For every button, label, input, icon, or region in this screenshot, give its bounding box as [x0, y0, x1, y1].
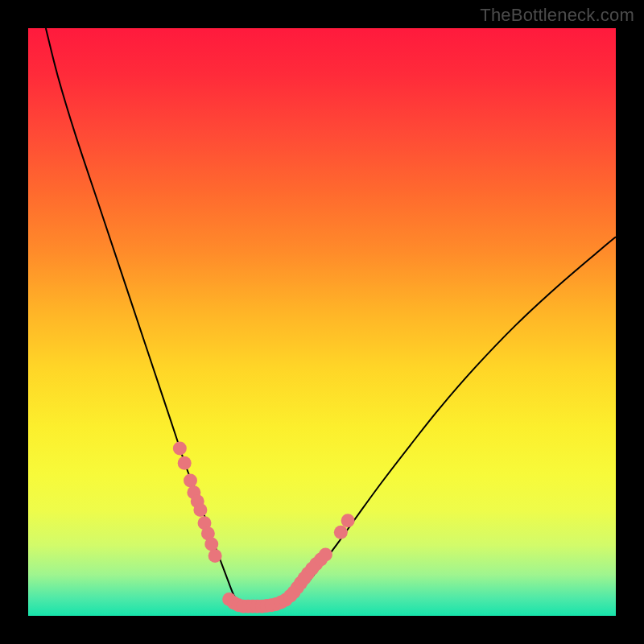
data-marker [173, 441, 187, 455]
plot-area [28, 28, 616, 616]
data-marker [334, 526, 348, 539]
data-marker [341, 514, 355, 527]
bottleneck-curve [46, 28, 616, 610]
data-marker [184, 474, 197, 488]
data-marker [178, 456, 192, 470]
watermark-text: TheBottleneck.com [480, 5, 634, 26]
data-marker [208, 549, 222, 563]
outer-frame: TheBottleneck.com [0, 0, 644, 644]
data-marker [319, 548, 332, 562]
data-marker [204, 537, 218, 551]
chart-svg [28, 28, 616, 616]
data-marker [193, 503, 207, 517]
